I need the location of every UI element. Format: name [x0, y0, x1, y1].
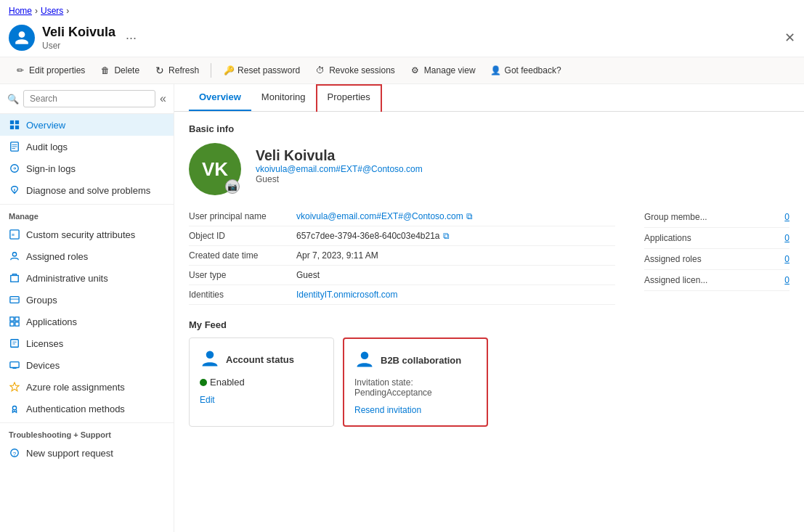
support-icon: ?: [9, 447, 20, 459]
breadcrumb-users[interactable]: Users: [41, 6, 63, 16]
edit-icon: [15, 65, 26, 76]
more-options-button[interactable]: ···: [126, 30, 137, 46]
svg-point-13: [12, 253, 16, 256]
edit-account-status-link[interactable]: Edit: [200, 395, 323, 405]
feed-title: My Feed: [189, 319, 789, 330]
status-dot: [200, 379, 207, 386]
svg-rect-15: [10, 297, 19, 303]
b2b-subtitle: Invitation state: PendingAcceptance: [354, 377, 476, 398]
svg-rect-20: [15, 322, 19, 326]
sidebar-item-sign-in-logs[interactable]: Sign-in logs: [0, 157, 174, 179]
sidebar: 🔍 « Overview Audit logs Sign-in logs: [0, 84, 174, 532]
user-type-label: Guest: [256, 174, 423, 184]
reset-password-icon: [223, 65, 235, 76]
sidebar-item-admin-units[interactable]: Administrative units: [0, 267, 174, 289]
created-date-value: Apr 7, 2023, 9:11 AM: [296, 250, 378, 261]
identities-value[interactable]: IdentityIT.onmicrosoft.com: [296, 290, 397, 300]
edit-properties-button[interactable]: Edit properties: [9, 62, 91, 79]
field-created-date: Created date time Apr 7, 2023, 9:11 AM: [189, 246, 615, 266]
custom-security-icon: ≡: [9, 229, 20, 240]
feedback-button[interactable]: Got feedback?: [484, 62, 567, 79]
header-info: Veli Koivula User: [42, 25, 115, 51]
manage-icon: [410, 65, 421, 76]
breadcrumb-home[interactable]: Home: [9, 6, 32, 16]
collapse-icon[interactable]: «: [160, 92, 166, 105]
diagnose-icon: [9, 184, 20, 196]
upn-value[interactable]: vkoivula@email.com#EXT#@Contoso.com: [296, 211, 463, 221]
sidebar-item-azure-role[interactable]: Azure role assignments: [0, 376, 174, 398]
sidebar-item-assigned-roles[interactable]: Assigned roles: [0, 245, 174, 267]
account-status-value: Enabled: [200, 377, 323, 388]
breadcrumb: Home › Users ›: [0, 0, 804, 22]
field-identities: Identities IdentityIT.onmicrosoft.com: [189, 285, 615, 305]
stat-assigned-licenses-value[interactable]: 0: [784, 275, 789, 285]
svg-rect-21: [11, 340, 19, 348]
revoke-sessions-button[interactable]: Revoke sessions: [309, 62, 401, 79]
feedback-icon: [490, 65, 502, 76]
stat-group-members-value[interactable]: 0: [784, 212, 789, 222]
assigned-roles-icon: [9, 250, 20, 262]
troubleshoot-section-label: Troubleshooting + Support: [0, 422, 174, 442]
sidebar-item-overview[interactable]: Overview: [0, 114, 174, 136]
svg-point-10: [14, 192, 15, 192]
sidebar-item-audit-logs[interactable]: Audit logs: [0, 136, 174, 157]
toolbar-separator: [211, 63, 211, 78]
sidebar-item-custom-security[interactable]: ≡ Custom security attributes: [0, 224, 174, 245]
tab-properties[interactable]: Properties: [316, 84, 382, 112]
feed-card-b2b: B2B collaboration Invitation state: Pend…: [343, 337, 488, 427]
manage-view-button[interactable]: Manage view: [404, 62, 482, 79]
avatar-header: [9, 25, 35, 51]
delete-button[interactable]: Delete: [94, 62, 145, 79]
info-grid: User principal name vkoivula@email.com#E…: [189, 207, 789, 305]
azure-role-icon: [9, 381, 20, 393]
tab-overview[interactable]: Overview: [189, 84, 251, 111]
svg-rect-3: [15, 126, 19, 129]
sidebar-item-auth-methods[interactable]: Authentication methods: [0, 398, 174, 420]
svg-rect-2: [10, 126, 14, 129]
user-type-value: Guest: [296, 270, 320, 280]
svg-point-30: [206, 351, 214, 359]
change-photo-button[interactable]: 📷: [225, 179, 240, 194]
resend-invitation-link[interactable]: Resend invitation: [354, 405, 476, 415]
b2b-title: B2B collaboration: [381, 355, 461, 366]
refresh-button[interactable]: Refresh: [148, 62, 205, 79]
sidebar-item-support[interactable]: ? New support request: [0, 442, 174, 464]
stat-applications: Applications 0: [644, 228, 789, 249]
refresh-icon: [154, 65, 166, 76]
sidebar-item-licenses[interactable]: Licenses: [0, 332, 174, 354]
stat-group-members: Group membe... 0: [644, 207, 789, 228]
overview-icon: [9, 119, 20, 131]
reset-password-button[interactable]: Reset password: [217, 62, 306, 79]
svg-rect-1: [15, 120, 19, 124]
content-area: Overview Monitoring Properties Basic inf…: [174, 84, 804, 532]
field-object-id: Object ID 657c7dee-3794-36e8-640c03e4b21…: [189, 226, 615, 246]
svg-rect-18: [15, 317, 19, 321]
sidebar-item-diagnose[interactable]: Diagnose and solve problems: [0, 179, 174, 201]
sidebar-item-applications[interactable]: Applications: [0, 311, 174, 332]
close-button[interactable]: ✕: [784, 30, 795, 46]
search-input[interactable]: [23, 90, 155, 107]
feed-card-account-status: Account status Enabled Edit: [189, 337, 334, 427]
svg-rect-17: [10, 317, 14, 321]
page-header: Veli Koivula User ··· ✕: [0, 22, 804, 57]
page-title: Veli Koivula: [42, 25, 115, 40]
sidebar-item-devices[interactable]: Devices: [0, 354, 174, 376]
delete-icon: [100, 65, 111, 76]
audit-logs-icon: [9, 141, 20, 152]
stat-applications-value[interactable]: 0: [784, 233, 789, 243]
applications-icon: [9, 316, 20, 327]
info-stats: Group membe... 0 Applications 0 Assigned…: [644, 207, 789, 305]
tab-monitoring[interactable]: Monitoring: [251, 84, 316, 111]
sidebar-item-groups[interactable]: Groups: [0, 289, 174, 311]
sign-in-icon: [9, 163, 20, 174]
svg-text:?: ?: [13, 451, 17, 457]
user-name: Veli Koivula: [256, 147, 423, 164]
licenses-icon: [9, 337, 20, 349]
copy-upn-button[interactable]: ⧉: [466, 211, 473, 221]
svg-marker-26: [10, 382, 19, 391]
svg-rect-19: [10, 322, 14, 326]
copy-object-id-button[interactable]: ⧉: [443, 231, 450, 241]
svg-rect-0: [10, 120, 14, 124]
stat-assigned-roles-value[interactable]: 0: [784, 254, 789, 264]
profile-info: Veli Koivula vkoivula@email.com#EXT#@Con…: [256, 143, 423, 195]
